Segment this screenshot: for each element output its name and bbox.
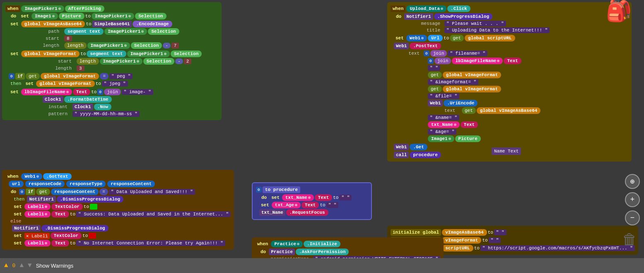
procedure-pill[interactable]: procedure [410,152,441,158]
global-vimageFormat[interactable]: global vImageFormat [21,51,80,57]
scriptURL-init[interactable]: scriptURL [442,245,473,251]
picture-block[interactable]: Picture [59,13,84,19]
vimageAsBase64-init[interactable]: vImageAsBase64 [442,229,487,236]
zoom-out-button[interactable]: − [625,210,640,225]
get-vimageAsBase64[interactable]: get [462,107,476,114]
text-block[interactable]: Text [73,89,90,95]
zoom-in-button[interactable]: + [625,192,640,207]
image1-block[interactable]: Image1 [31,13,58,19]
selection-b1[interactable]: Selection [135,13,166,19]
show-progress-pill[interactable]: .ShowProgressDialog [434,13,492,20]
label1-pill[interactable]: Label1 [24,203,51,210]
global-vimageformat-get3[interactable]: global vImageFormat [443,86,501,92]
askpermission-pill[interactable]: .AskForPermission [296,249,349,255]
imagepicker1-b6[interactable]: ImagePicker1 [100,58,142,65]
gottext-pill[interactable]: .GotText [43,173,72,180]
get-pill[interactable]: get [26,73,40,80]
call-practice[interactable]: Practice [269,249,295,255]
imagepicker1-pill[interactable]: ImagePicker1 [21,5,64,12]
global-vimageAsBase64[interactable]: global vImageAsBase64 [21,21,85,27]
gear-icon2[interactable]: ⚙ [97,89,103,95]
txt-age-proc[interactable]: txt_Age [272,202,301,208]
textcolor-b2[interactable]: TextColor [51,232,82,239]
click-pill[interactable]: .Click [447,5,470,12]
gear-icon-proc[interactable]: ⚙ [256,187,262,193]
gear-icon4[interactable]: ⚙ [424,51,429,56]
selection-b5[interactable]: Selection [143,58,174,65]
dismiss-pill[interactable]: .DismissProgressDialog [57,196,123,203]
gear-icon5[interactable]: ⚙ [428,58,434,64]
lbImageFileName-b2[interactable]: lbImageFileName [452,58,503,64]
get-vimageformat[interactable]: get [428,72,442,78]
call-notifier-show[interactable]: Notifier1 [404,13,433,20]
requestfocus-pill[interactable]: .RequestFocus [286,209,328,216]
show-warnings-button[interactable]: Show Warnings [36,263,74,269]
global-scriptURL-pill[interactable]: global scriptURL [465,35,515,41]
join-pill2[interactable]: join [430,50,447,57]
label1-text-pill[interactable]: Label1 [24,211,51,217]
now-pill[interactable]: .Now [94,104,111,110]
get-pill-web[interactable]: .Get [410,144,427,150]
call-clock1-b2[interactable]: Clock1 [72,104,93,110]
uriencode-pill[interactable]: .UriEncode [444,100,478,106]
url-pill[interactable]: Url [428,35,443,41]
call-txt-name-proc[interactable]: txt_Name [259,209,285,216]
x-label1-pill[interactable]: ✕ Label1 [24,233,50,239]
trash-icon[interactable]: 🗑 [619,227,640,252]
lbImageFileName-block[interactable]: lbImageFileName [21,89,72,95]
text-b3[interactable]: Text [461,121,478,128]
image1-b2[interactable]: Image1 [428,135,454,142]
global-vimageAsBase64-get[interactable]: global vImageAsBase64 [477,107,541,114]
call-notifier2[interactable]: Notifier1 [12,225,41,232]
segment-text-b2[interactable]: segment text [87,51,126,57]
gear-icon[interactable]: ⚙ [9,73,14,79]
imagepicker1-b5[interactable]: ImagePicker1 [127,51,170,57]
selection-b3[interactable]: Selection [131,42,162,49]
call-notifier-dismiss[interactable]: Notifier1 [27,196,55,203]
initialize-pill[interactable]: .Initialize [304,241,340,247]
web1-pill[interactable]: Web1 [21,173,42,180]
selection-b4[interactable]: Selection [171,51,202,57]
text-proc2[interactable]: Text [301,202,319,208]
arrow-up-icon[interactable]: ▲ [19,262,24,269]
practice-pill[interactable]: Practice [271,241,303,247]
web1-url-pill[interactable]: Web1 [406,35,427,41]
textcolor-pill[interactable]: TextColor [51,203,82,210]
length-pill[interactable]: length [64,42,87,49]
call-web1-get[interactable]: Web1 [394,144,409,150]
imagepicker1-b2[interactable]: ImagePicker1 [92,13,134,19]
length-pill2[interactable]: length [77,58,99,65]
global-vimageFormat-set[interactable]: global vImageFormat [36,80,94,87]
call-clock1[interactable]: Clock1 [43,96,63,103]
upload-data-pill[interactable]: Upload_Data [406,5,446,12]
dismiss2-pill[interactable]: .DismissProgressDialog [41,225,108,232]
text-b2[interactable]: Text [504,58,521,64]
text-pill3[interactable]: Text [51,240,69,246]
imagepicker1-b4[interactable]: ImagePicker1 [87,42,130,49]
vimageFormat-init[interactable]: vImageFormat [442,237,481,244]
responsecontent-get[interactable]: responseContent [51,188,99,195]
arrow-down-icon[interactable]: ▼ [28,262,32,269]
join-pill[interactable]: join [104,89,121,95]
posttext-pill[interactable]: .PostText [410,43,441,49]
call-simplebase[interactable]: SimpleBase641 [92,21,132,27]
txt-name-proc[interactable]: txt_Name [282,194,314,201]
call-web1-uriencode[interactable]: Web1 [428,100,443,106]
call-procedure[interactable]: call [394,152,409,158]
selection-b2[interactable]: Selection [148,28,179,35]
text-proc1[interactable]: Text [315,194,332,201]
get-script-url[interactable]: get [450,35,464,41]
picture-b2[interactable]: Picture [455,135,481,142]
gear-icon3[interactable]: ⚙ [19,189,25,195]
call-web1-post[interactable]: Web1 [394,43,409,49]
afterpicking-pill[interactable]: AfterPicking [65,5,104,12]
get-vimageformat2[interactable]: get [428,86,442,92]
target-button[interactable]: ⊕ [625,174,640,189]
global-vimageFormat-get[interactable]: global vImageFormat [41,73,99,80]
del-label1-pill[interactable]: Label1 [24,240,51,246]
encode-image-pill[interactable]: .EncodeImage [133,21,172,27]
get-responsecontent[interactable]: get [36,188,50,195]
imagepicker1-b3[interactable]: ImagePicker1 [104,28,147,35]
format-datetime-pill[interactable]: .FormatDateTime [64,96,112,103]
txt-name-pill[interactable]: txt_Name [428,121,460,128]
